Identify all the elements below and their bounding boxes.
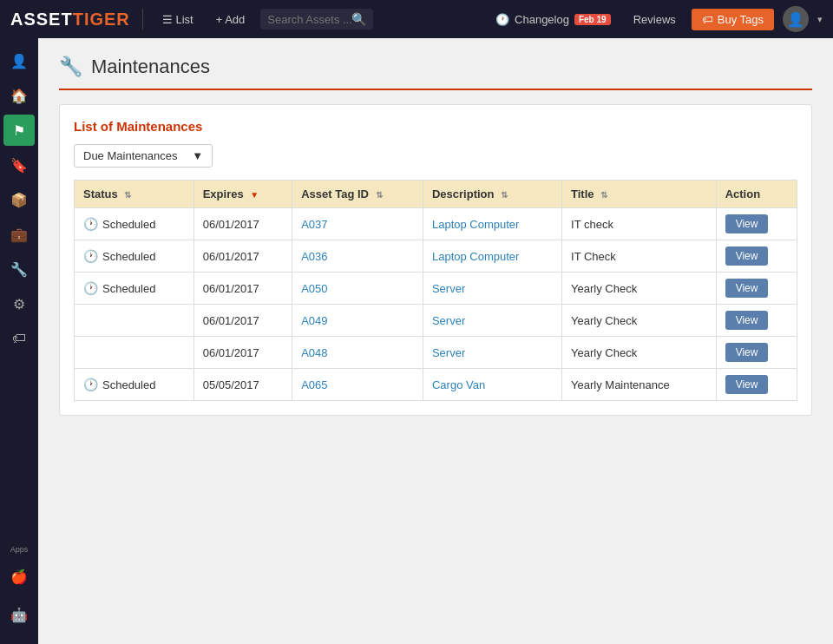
sort-expires-icon[interactable]: ▼ [250,190,259,200]
cell-status: 🕐Scheduled [75,240,194,273]
table-row: 06/01/2017A049ServerYearly CheckView [75,305,797,337]
cell-description: Server [423,337,561,369]
view-button[interactable]: View [725,246,769,266]
dropdown-wrap: Due Maintenances ▼ [74,144,797,168]
sidebar-item-tag[interactable]: 🔖 [3,149,35,181]
user-dropdown-arrow[interactable]: ▾ [817,14,823,25]
user-avatar[interactable]: 👤 [783,6,809,32]
cell-expires: 06/01/2017 [193,208,292,240]
asset-tag-link[interactable]: A048 [301,346,327,359]
cell-description: Laptop Computer [423,240,561,273]
reviews-button[interactable]: Reviews [626,10,683,30]
cell-description: Laptop Computer [423,208,561,240]
search-input[interactable] [267,13,351,26]
cell-status [75,337,194,369]
logo-asset-text: ASSET [10,10,73,29]
status-label: Scheduled [102,282,155,295]
cell-action: View [716,208,797,240]
sidebar-item-label[interactable]: 🏷 [3,323,35,354]
section-panel: List of Maintenances Due Maintenances ▼ … [59,104,812,416]
table-header: Status ⇅ Expires ▼ Asset Tag ID ⇅ Descri… [75,181,797,208]
cell-title: Yearly Maintenance [562,369,717,401]
asset-tag-link[interactable]: A049 [301,314,327,327]
cell-expires: 06/01/2017 [193,273,292,305]
description-link[interactable]: Server [432,314,465,327]
cell-status: 🕐Scheduled [75,273,194,305]
list-button[interactable]: ☰ List [155,10,200,30]
col-status: Status ⇅ [75,181,194,208]
cell-action: View [716,369,797,401]
cell-asset-tag: A036 [292,240,423,273]
asset-tag-link[interactable]: A037 [301,218,327,231]
clock-status-icon: 🕐 [83,249,98,263]
sidebar-item-package[interactable]: 📦 [3,184,35,215]
cell-description: Cargo Van [423,369,561,401]
cell-description: Server [423,305,561,337]
view-button[interactable]: View [725,375,769,394]
cell-action: View [716,240,797,273]
sidebar-bottom: Apps 🍎 🤖 [3,545,35,637]
view-button[interactable]: View [725,214,769,233]
page-title: Maintenances [91,56,210,78]
col-expires: Expires ▼ [193,181,292,208]
status-label: Scheduled [102,378,155,391]
cell-asset-tag: A065 [292,369,423,401]
view-button[interactable]: View [725,311,769,330]
sidebar-android-icon[interactable]: 🤖 [3,599,35,630]
description-link[interactable]: Laptop Computer [432,218,519,231]
logo-tiger-text: TIGER [73,10,130,29]
view-button[interactable]: View [725,343,769,362]
sidebar-item-home[interactable]: 🏠 [3,80,35,111]
description-link[interactable]: Server [432,346,465,359]
sidebar-item-gear[interactable]: ⚙ [3,288,35,319]
due-maintenances-dropdown[interactable]: Due Maintenances ▼ [74,144,213,168]
asset-tag-link[interactable]: A065 [301,378,327,391]
view-button[interactable]: View [725,279,769,298]
changelog-button[interactable]: 🕐 Changelog Feb 19 [489,10,618,30]
clock-status-icon: 🕐 [83,378,98,391]
apps-label: Apps [10,545,29,554]
table-row: 06/01/2017A048ServerYearly CheckView [75,337,797,369]
cell-action: View [716,305,797,337]
sidebar-item-briefcase[interactable]: 💼 [3,219,35,250]
cell-title: Yearly Check [562,305,717,337]
col-asset-tag: Asset Tag ID ⇅ [292,181,423,208]
buy-tags-button[interactable]: 🏷 Buy Tags [692,9,774,30]
clock-icon: 🕐 [495,13,509,26]
maintenances-table: Status ⇅ Expires ▼ Asset Tag ID ⇅ Descri… [74,180,797,401]
cell-asset-tag: A049 [292,305,423,337]
cell-title: IT check [562,208,717,240]
description-link[interactable]: Server [432,282,465,295]
left-sidebar: 👤 🏠 ⚑ 🔖 📦 💼 🔧 ⚙ 🏷 Apps 🍎 🤖 [0,38,38,644]
sidebar-item-wrench[interactable]: 🔧 [3,253,35,285]
cell-expires: 05/05/2017 [193,369,292,401]
asset-tag-link[interactable]: A036 [301,250,327,263]
sort-title-icon[interactable]: ⇅ [600,190,607,200]
cell-status [75,305,194,337]
asset-tag-link[interactable]: A050 [301,282,327,295]
cell-title: IT Check [562,240,717,273]
status-label: Scheduled [102,250,155,263]
sidebar-item-user[interactable]: 👤 [3,45,35,76]
sidebar-apple-icon[interactable]: 🍎 [3,561,35,592]
sort-status-icon[interactable]: ⇅ [124,190,131,200]
cell-asset-tag: A048 [292,337,423,369]
status-label: Scheduled [102,218,155,231]
main-layout: 👤 🏠 ⚑ 🔖 📦 💼 🔧 ⚙ 🏷 Apps 🍎 🤖 🔧 Maintenance… [0,38,833,644]
cell-asset-tag: A037 [292,208,423,240]
table-row: 🕐Scheduled06/01/2017A050ServerYearly Che… [75,273,797,305]
clock-status-icon: 🕐 [83,217,98,231]
search-bar[interactable]: 🔍 [260,9,372,30]
cell-description: Server [423,273,561,305]
sort-desc-icon[interactable]: ⇅ [501,190,508,200]
description-link[interactable]: Cargo Van [432,378,485,391]
add-button[interactable]: + Add [209,10,253,30]
buy-tags-label: Buy Tags [718,13,764,26]
cell-expires: 06/01/2017 [193,337,292,369]
description-link[interactable]: Laptop Computer [432,250,519,263]
tag-icon: 🏷 [702,13,713,26]
cell-action: View [716,273,797,305]
sidebar-item-flag[interactable]: ⚑ [3,115,35,146]
sort-asset-icon[interactable]: ⇅ [376,190,383,200]
dropdown-arrow-icon: ▼ [192,149,203,162]
